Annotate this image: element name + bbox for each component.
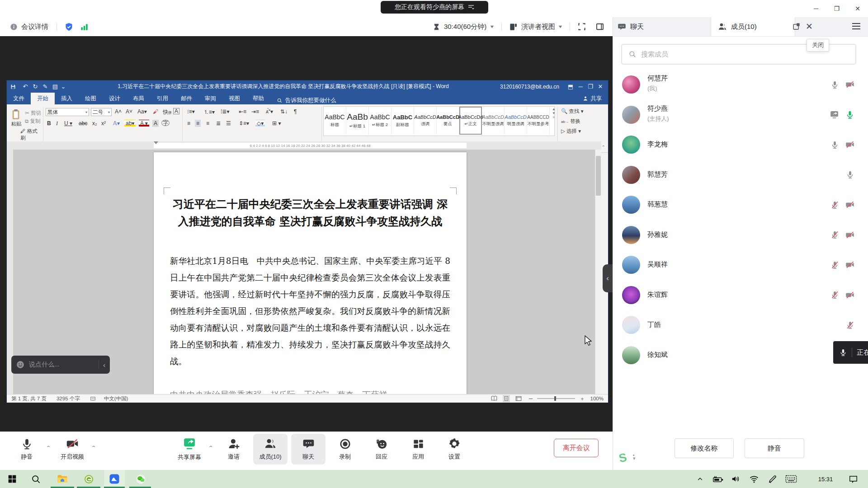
touch-keyboard-icon[interactable] [781, 470, 801, 488]
taskbar-meeting-app-icon[interactable] [104, 470, 125, 488]
fullscreen-icon[interactable] [577, 22, 586, 31]
toolbar-item-members[interactable]: 成员(10) [253, 434, 288, 465]
battery-icon[interactable] [709, 470, 727, 488]
mic-muted-icon[interactable] [846, 321, 854, 329]
camera-muted-icon[interactable] [845, 260, 854, 269]
style-item[interactable]: AaBbCcD不明显强调 [482, 107, 505, 135]
style-item[interactable]: AaBbCcD明显强调 [505, 107, 527, 135]
camera-muted-icon[interactable] [845, 230, 854, 239]
paste-button[interactable]: 粘贴 [9, 109, 23, 127]
circle-char-icon[interactable]: 字 [161, 120, 170, 126]
panel-menu-icon[interactable] [852, 22, 861, 30]
print-preview-icon[interactable]: ▤ [50, 83, 60, 90]
page-indicator[interactable]: 第 1 页, 共 7 页 [11, 395, 47, 402]
align-right-icon[interactable]: ≡ [205, 120, 211, 127]
strikethrough-icon[interactable]: abc [77, 120, 89, 127]
scrollbar-thumb[interactable] [596, 156, 601, 196]
ribbon-tab-6[interactable]: 布局 [127, 93, 151, 104]
emoji-icon[interactable] [16, 360, 25, 369]
tray-expand-icon[interactable] [692, 470, 708, 488]
toolbar-item-chat[interactable]: 聊天 [291, 434, 326, 465]
ribbon-tab-5[interactable]: 设计 [103, 93, 127, 104]
camera-muted-icon[interactable] [845, 80, 854, 89]
style-item[interactable]: AABBCCD不明显参考 [527, 107, 550, 135]
sort-pinyin-icon[interactable]: ᴀ́˟▾ [264, 108, 274, 115]
ribbon-tab-3[interactable]: 插入 [55, 93, 79, 104]
language-indicator[interactable]: 中文(中国) [104, 395, 128, 402]
align-center-icon[interactable]: ≡ [195, 120, 201, 127]
window-minimize-button[interactable]: ─ [808, 3, 824, 14]
chat-quick-input[interactable]: 说点什么... ‹ [11, 356, 110, 374]
shading-icon[interactable]: A [152, 120, 159, 127]
member-row[interactable]: 李龙梅 [613, 130, 868, 160]
style-gallery-scroll[interactable]: ▲▼≡ [551, 107, 557, 119]
zoom-level[interactable]: 100% [590, 396, 604, 401]
toolbar-item-invite[interactable]: 邀请 [217, 434, 251, 465]
distribute-icon[interactable]: ☰ [225, 120, 232, 127]
replace-button[interactable]: ab→ 替换 [561, 118, 580, 125]
ribbon-tab-10[interactable]: 视图 [222, 93, 246, 104]
word-minimize-icon[interactable]: ─ [576, 83, 585, 90]
member-row[interactable]: 吴顺祥 [613, 250, 868, 280]
zoom-slider[interactable] [537, 398, 575, 399]
ribbon-tab-9[interactable]: 审阅 [198, 93, 222, 104]
find-button[interactable]: 🔍 查找 ▾ [561, 108, 584, 115]
text-effects-icon[interactable]: 𝔸▾ [112, 120, 121, 127]
toolbar-item-settings[interactable]: 设置 [437, 434, 472, 465]
ribbon-tab-11[interactable]: 帮助 [246, 93, 270, 104]
member-row[interactable]: 丁皓 [613, 310, 868, 340]
subscript-icon[interactable]: x₂ [91, 120, 99, 127]
panel-collapse-handle[interactable]: ‹ [603, 264, 613, 292]
toolbar-item-react[interactable]: 回应 [364, 434, 399, 465]
mic-muted-icon[interactable] [830, 291, 839, 299]
word-share-button[interactable]: 共享 [583, 93, 602, 104]
mic-active-icon[interactable] [845, 110, 854, 119]
member-row[interactable]: 朱谊辉 [613, 280, 868, 310]
window-close-button[interactable]: ✕ [850, 3, 865, 14]
sort-icon[interactable]: ⇅↓ [279, 108, 289, 115]
word-count[interactable]: 3295 个字 [57, 395, 80, 402]
format-painter-button[interactable]: 🖉 格式刷 [20, 128, 42, 141]
mic-icon[interactable] [830, 141, 839, 149]
style-item[interactable]: AaBbC↵标题 2 [369, 107, 392, 135]
ribbon-tab-4[interactable]: 绘图 [79, 93, 103, 104]
mic-muted-icon[interactable] [830, 201, 839, 209]
toolbar-item-camera-muted[interactable]: 开启视频 [55, 434, 90, 465]
indent-marker[interactable] [154, 141, 158, 144]
collapse-ribbon-icon[interactable]: ⌃ [602, 145, 605, 150]
web-layout-icon[interactable] [515, 396, 522, 401]
italic-icon[interactable]: I [55, 120, 59, 127]
font-color-icon[interactable]: A ▾ [139, 120, 149, 127]
collapse-chat-icon[interactable]: ‹ [103, 361, 105, 369]
ribbon-display-icon[interactable]: ⬒ [566, 83, 576, 90]
superscript-icon[interactable]: x² [100, 120, 107, 127]
member-row[interactable]: 孙雅妮 [613, 220, 868, 250]
word-maximize-icon[interactable]: ❐ [585, 83, 595, 90]
screen-sharing-icon[interactable] [830, 110, 839, 119]
shrink-font-icon[interactable]: A˅ [124, 108, 134, 115]
mic-icon[interactable] [830, 80, 839, 89]
justify-icon[interactable]: ≣ [215, 120, 222, 127]
taskbar-clock[interactable]: 15:31 [812, 470, 839, 488]
align-left-icon[interactable]: ≡ [186, 120, 192, 127]
shading-color-icon[interactable]: ◇▾ [255, 120, 265, 127]
clear-format-icon[interactable]: 🖌 [151, 108, 160, 115]
toolbar-item-share-screen[interactable]: 共享屏幕 [172, 434, 207, 465]
font-size-select[interactable]: 二号▾ [91, 108, 112, 116]
print-layout-icon[interactable] [503, 395, 510, 402]
camera-muted-icon[interactable] [845, 291, 854, 300]
taskbar-wechat-icon[interactable] [130, 470, 151, 488]
increase-indent-icon[interactable]: ⇥≡ [250, 108, 260, 115]
volume-icon[interactable] [727, 470, 745, 488]
watching-banner[interactable]: 您正在观看符少燕的屏幕 [381, 1, 488, 14]
undo-icon[interactable]: ↶ [20, 83, 30, 90]
taskbar-file-explorer-icon[interactable] [52, 470, 73, 488]
toolbar-chevron-icon[interactable]: ⌃ [208, 445, 214, 450]
toolbar-item-mic[interactable]: 静音 [9, 434, 44, 465]
proofing-icon[interactable] [90, 396, 96, 402]
redo-icon[interactable]: ↻ [30, 83, 40, 90]
wifi-icon[interactable] [745, 470, 763, 488]
ribbon-tab-2[interactable]: 开始 [31, 93, 55, 104]
toolbar-chevron-icon[interactable]: ⌃ [46, 445, 52, 450]
action-center-icon[interactable] [843, 470, 863, 488]
